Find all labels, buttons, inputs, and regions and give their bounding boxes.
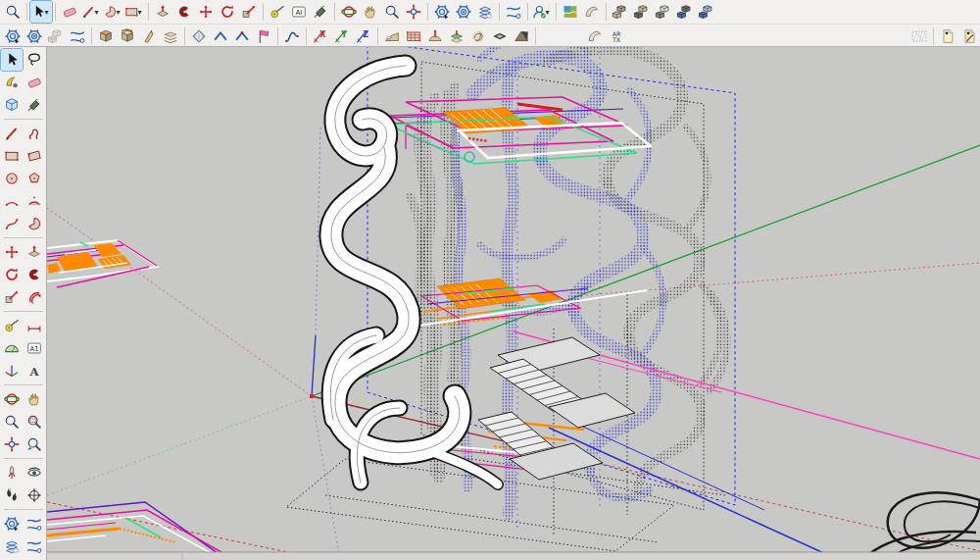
eraser-tool-button[interactable]	[59, 1, 80, 23]
intersect-solids-tool-button[interactable]	[631, 1, 653, 23]
circle-tool-button[interactable]	[1, 168, 23, 189]
merge-faces-tool-button[interactable]	[45, 25, 67, 47]
simplify-tool-button[interactable]	[2, 25, 24, 47]
zoom-previous-tool-button[interactable]	[24, 433, 45, 455]
axis-y-tool-button[interactable]: Y	[331, 25, 353, 47]
outer-shell-tool-button[interactable]	[610, 1, 631, 23]
rotate-tool-button[interactable]	[1, 264, 23, 285]
eraser-tool-button[interactable]	[24, 72, 45, 93]
turn-target-tool-button[interactable]	[24, 484, 45, 506]
axis-x-tool-button[interactable]: X	[310, 25, 331, 47]
paint-bucket-tool-button[interactable]	[310, 1, 331, 23]
zoom-extents-tool-button[interactable]	[1, 433, 23, 455]
arc-tool-dropdown-arrow-icon[interactable]: ▾	[117, 8, 123, 17]
curvize-tool-button[interactable]	[210, 25, 231, 47]
push-pull-tool-button[interactable]	[152, 1, 173, 23]
3d-viewport[interactable]	[47, 47, 980, 560]
protractor-tool-button[interactable]	[1, 337, 23, 359]
3d-text-tool-button[interactable]: A	[24, 360, 45, 382]
flip-edge-tool-button[interactable]	[511, 25, 532, 47]
move-tool-button[interactable]	[1, 241, 23, 263]
line-tool-button[interactable]	[1, 123, 23, 144]
follow-me-tool-button[interactable]	[24, 264, 45, 285]
scale-tool-button[interactable]	[1, 286, 23, 308]
line-tool-button[interactable]: ▾	[80, 1, 102, 23]
bezier-spline-tool-button[interactable]	[281, 25, 303, 47]
lasso-select-tool-button[interactable]	[24, 49, 45, 71]
note-tool-button[interactable]	[937, 25, 958, 47]
joint-pushpull-round-tool-button[interactable]	[117, 25, 138, 47]
zoom-extents-tool-button[interactable]	[403, 1, 424, 23]
scale-tool-button[interactable]	[238, 1, 260, 23]
sandbox-from-scratch-tool-button[interactable]	[403, 25, 424, 47]
dimension-tool-button[interactable]	[24, 315, 45, 336]
cleanup-tool-button[interactable]	[431, 1, 453, 23]
polygon-tool-button[interactable]	[24, 168, 45, 189]
pie-tool-button[interactable]	[24, 213, 45, 234]
swirl-simplify-tool-button[interactable]	[24, 535, 45, 557]
select-tool-dropdown-arrow-icon[interactable]: ▾	[45, 8, 52, 17]
simplify-options-tool-button[interactable]	[24, 25, 45, 47]
paint-bucket-tool-button[interactable]	[24, 94, 45, 116]
flag-markers-tool-button[interactable]	[253, 25, 274, 47]
shell-preview-tool-button[interactable]	[581, 1, 603, 23]
zoom-search-tool-button[interactable]	[2, 1, 24, 23]
stamp-tool-button[interactable]	[446, 25, 467, 47]
drape-tool-button[interactable]	[467, 25, 489, 47]
joint-pushpull-layers-tool-button[interactable]	[160, 25, 181, 47]
move-tool-button[interactable]	[195, 1, 217, 23]
ai-label-tool-button[interactable]: AI	[288, 1, 310, 23]
note-edit-tool-button[interactable]	[958, 25, 980, 47]
zoom-tool-button[interactable]	[381, 1, 403, 23]
layers-cloud-tool-button[interactable]	[1, 535, 23, 557]
cleanup-tool-button[interactable]	[1, 513, 23, 535]
axis-z-tool-button[interactable]: Z	[353, 25, 374, 47]
artisan-tool-button[interactable]: ARTX	[606, 25, 627, 47]
look-around-tool-button[interactable]	[24, 462, 45, 484]
three-point-arc-tool-button[interactable]	[1, 213, 23, 234]
add-location-tool-button[interactable]	[560, 1, 581, 23]
swirl-simplify-tool-button[interactable]	[67, 25, 88, 47]
arc-tool-button[interactable]: ▾	[102, 1, 123, 23]
two-point-arc-tool-button[interactable]	[24, 190, 45, 212]
tape-measure-tool-button[interactable]	[267, 1, 288, 23]
rotate-tool-button[interactable]	[217, 1, 238, 23]
arc-tool-button[interactable]	[1, 190, 23, 212]
text-tool-button[interactable]: A1	[24, 337, 45, 359]
subtract-solids-tool-button[interactable]	[674, 1, 696, 23]
sandbox-from-contours-tool-button[interactable]	[381, 25, 403, 47]
joint-pushpull-box-tool-button[interactable]	[95, 25, 117, 47]
account-button-dropdown-arrow-icon[interactable]: ▾	[546, 8, 553, 17]
follow-me-tool-button[interactable]	[173, 1, 195, 23]
add-detail-tool-button[interactable]	[489, 25, 511, 47]
pan-tool-button[interactable]	[24, 388, 45, 410]
make-component-tool-button[interactable]	[1, 72, 23, 93]
rotated-rectangle-tool-button[interactable]	[24, 145, 45, 167]
push-pull-tool-button[interactable]	[24, 241, 45, 263]
line-tool-dropdown-arrow-icon[interactable]: ▾	[95, 8, 102, 17]
vector-pushpull-tool-button[interactable]	[138, 25, 160, 47]
pan-tool-button[interactable]	[360, 1, 381, 23]
union-solids-tool-button[interactable]	[653, 1, 674, 23]
quad-face-tool-button[interactable]	[188, 25, 210, 47]
swirl-gear-tool-button[interactable]	[503, 1, 524, 23]
trim-solids-tool-button[interactable]	[696, 1, 717, 23]
shell-arc-tool-button[interactable]	[584, 25, 606, 47]
select-tool-button[interactable]	[1, 49, 23, 71]
rectangle-tool-button[interactable]	[1, 145, 23, 167]
offset-tool-button[interactable]	[24, 286, 45, 308]
zoom-window-tool-button[interactable]	[24, 411, 45, 433]
walk-tool-button[interactable]	[1, 484, 23, 506]
position-camera-tool-button[interactable]	[1, 462, 23, 484]
freehand-tool-button[interactable]	[24, 123, 45, 144]
component-tool-button[interactable]	[1, 94, 23, 116]
tape-measure-tool-button[interactable]	[1, 315, 23, 336]
rectangle-tool-dropdown-arrow-icon[interactable]: ▾	[138, 8, 145, 17]
zoom-tool-button[interactable]	[1, 411, 23, 433]
select-tool-button[interactable]: ▾	[30, 1, 52, 23]
layers-cloud-tool-button[interactable]	[474, 1, 496, 23]
account-button-button[interactable]: ▾	[531, 1, 553, 23]
rectangle-tool-button[interactable]: ▾	[123, 1, 145, 23]
curvize-point-tool-button[interactable]	[231, 25, 253, 47]
orbit-tool-button[interactable]	[338, 1, 360, 23]
